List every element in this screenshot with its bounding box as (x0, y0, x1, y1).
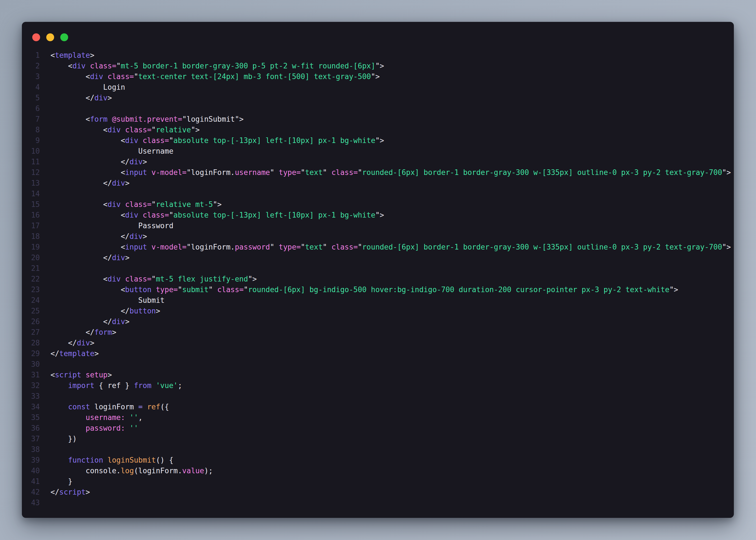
code-line: 20 </div> (22, 252, 731, 263)
line-number: 41 (22, 476, 40, 487)
code-text: function loginSubmit() { (51, 455, 173, 466)
code-line: 11 </div> (22, 157, 731, 167)
line-number: 42 (22, 487, 40, 497)
code-text: Username (51, 146, 173, 157)
code-line: 10 Username (22, 146, 731, 157)
code-line: 32 import { ref } from 'vue'; (22, 380, 731, 391)
code-line: 1<template> (22, 50, 731, 61)
code-line: 7 <form @submit.prevent="loginSubmit"> (22, 114, 731, 124)
line-number: 18 (22, 231, 40, 242)
code-line: 37 }) (22, 434, 731, 444)
code-line: 21 (22, 263, 731, 274)
code-text: <button type="submit" class="rounded-[6p… (51, 284, 678, 295)
code-line: 25 </button> (22, 306, 731, 316)
code-text: <input v-model="loginForm.username" type… (51, 167, 731, 178)
code-area[interactable]: 1<template>2 <div class="mt-5 border-1 b… (22, 50, 731, 515)
minimize-button[interactable] (46, 33, 54, 41)
code-text: const loginForm = ref({ (51, 401, 169, 412)
line-number: 8 (22, 124, 40, 135)
line-number: 10 (22, 146, 40, 157)
code-text: </div> (51, 178, 130, 189)
code-line: 15 <div class="relative mt-5"> (22, 199, 731, 210)
code-line: 38 (22, 444, 731, 455)
code-line: 17 Password (22, 220, 731, 231)
line-number: 22 (22, 274, 40, 284)
code-line: 19 <input v-model="loginForm.password" t… (22, 242, 731, 252)
window-titlebar[interactable] (22, 22, 734, 47)
code-text: <template> (51, 50, 94, 61)
code-line: 3 <div class="text-center text-[24px] mb… (22, 71, 731, 82)
line-number: 35 (22, 412, 40, 423)
code-line: 43 (22, 497, 731, 508)
code-text: <div class="relative mt-5"> (51, 199, 222, 210)
code-text: </button> (51, 306, 160, 316)
line-number: 38 (22, 444, 40, 455)
line-number: 37 (22, 434, 40, 444)
code-line: 42</script> (22, 487, 731, 497)
code-line: 33 (22, 391, 731, 401)
code-text: username: '', (51, 412, 143, 423)
line-number: 40 (22, 466, 40, 476)
code-text: <div class="text-center text-[24px] mb-3… (51, 71, 380, 82)
code-line: 27 </form> (22, 327, 731, 338)
code-line: 31<script setup> (22, 369, 731, 380)
line-number: 27 (22, 327, 40, 338)
code-text: <div class="absolute top-[-13px] left-[1… (51, 135, 384, 146)
line-number: 11 (22, 157, 40, 167)
code-line: 26 </div> (22, 316, 731, 327)
code-text: </template> (51, 348, 99, 359)
line-number: 13 (22, 178, 40, 189)
code-line: 6 (22, 103, 731, 114)
code-text: <input v-model="loginForm.password" type… (51, 242, 731, 252)
code-editor-window: 1<template>2 <div class="mt-5 border-1 b… (22, 22, 734, 518)
code-text: </form> (51, 327, 116, 338)
line-number: 4 (22, 82, 40, 92)
line-number: 24 (22, 295, 40, 306)
code-line: 14 (22, 189, 731, 199)
line-number: 12 (22, 167, 40, 178)
code-text: </div> (51, 252, 130, 263)
line-number: 33 (22, 391, 40, 401)
line-number: 29 (22, 348, 40, 359)
line-number: 14 (22, 189, 40, 199)
code-text: </div> (51, 92, 112, 103)
code-line: 2 <div class="mt-5 border-1 border-gray-… (22, 61, 731, 71)
line-number: 32 (22, 380, 40, 391)
code-text: console.log(loginForm.value); (51, 466, 213, 476)
code-text: </div> (51, 157, 147, 167)
code-text: </script> (51, 487, 90, 497)
code-text: <div class="mt-5 flex justify-end"> (51, 274, 257, 284)
code-line: 41 } (22, 476, 731, 487)
line-number: 5 (22, 92, 40, 103)
line-number: 15 (22, 199, 40, 210)
zoom-button[interactable] (60, 33, 68, 41)
line-number: 25 (22, 306, 40, 316)
line-number: 6 (22, 103, 40, 114)
code-line: 30 (22, 359, 731, 369)
code-line: 39 function loginSubmit() { (22, 455, 731, 466)
desktop-background: { "colors": { "page_bg_start": "#9aa5b3"… (0, 0, 756, 540)
code-line: 13 </div> (22, 178, 731, 189)
code-line: 29</template> (22, 348, 731, 359)
line-number: 34 (22, 401, 40, 412)
code-line: 16 <div class="absolute top-[-13px] left… (22, 210, 731, 220)
code-text: } (51, 476, 73, 487)
line-number: 23 (22, 284, 40, 295)
code-text: <div class="relative"> (51, 124, 200, 135)
line-number: 26 (22, 316, 40, 327)
line-number: 31 (22, 369, 40, 380)
line-number: 1 (22, 50, 40, 61)
line-number: 2 (22, 61, 40, 71)
code-line: 8 <div class="relative"> (22, 124, 731, 135)
code-text: <div class="absolute top-[-13px] left-[1… (51, 210, 384, 220)
line-number: 30 (22, 359, 40, 369)
code-text: import { ref } from 'vue'; (51, 380, 182, 391)
code-text: Password (51, 220, 173, 231)
line-number: 17 (22, 220, 40, 231)
line-number: 9 (22, 135, 40, 146)
line-number: 36 (22, 423, 40, 434)
close-button[interactable] (32, 33, 40, 41)
window-controls (32, 33, 68, 41)
code-line: 36 password: '' (22, 423, 731, 434)
code-line: 5 </div> (22, 92, 731, 103)
